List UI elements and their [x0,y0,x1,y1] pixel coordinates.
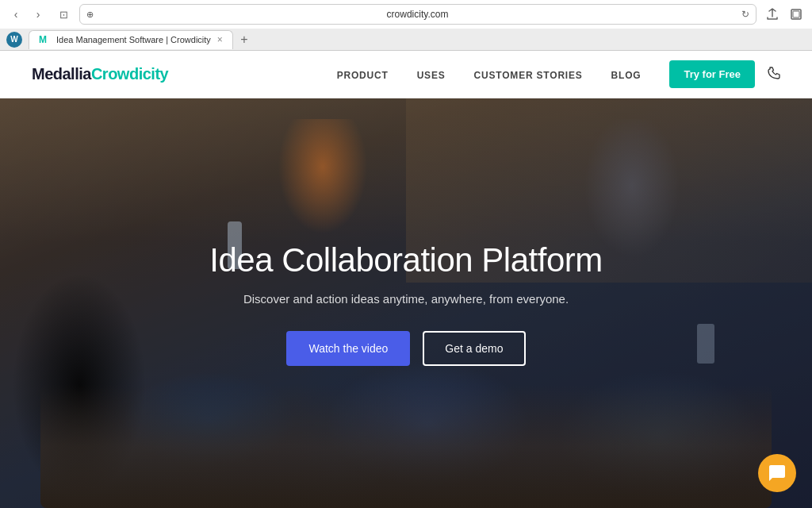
website-content: Medallia Crowdicity PRODUCT USES CUSTOME… [0,51,812,508]
tab-favicon: M [39,34,50,45]
sidebar-button[interactable]: ⊡ [54,5,73,24]
tab-close-icon[interactable]: × [217,34,223,45]
chat-bubble[interactable] [758,454,796,492]
hero-subtitle: Discover and action ideas anytime, anywh… [209,292,602,306]
forward-button[interactable]: › [29,5,48,24]
sidebar-icon: ⊡ [59,9,68,21]
get-demo-button[interactable]: Get a demo [423,331,525,366]
back-icon: ‹ [14,8,18,21]
security-icon: ⊕ [86,10,94,20]
logo-crowdicity: Crowdicity [91,65,168,83]
table-surface [40,385,772,508]
new-tab-button[interactable]: + [236,32,252,48]
reload-button[interactable]: ↻ [741,9,749,20]
nav-product[interactable]: PRODUCT [337,70,389,81]
tab-bar: W M Idea Management Software | Crowdicit… [0,29,812,51]
svg-rect-1 [793,11,799,17]
watch-video-button[interactable]: Watch the video [286,331,410,366]
browser-actions [763,5,806,24]
nav-links: PRODUCT USES CUSTOMER STORIES BLOG [337,67,642,82]
nav-buttons: ‹ › [6,5,48,24]
navbar: Medallia Crowdicity PRODUCT USES CUSTOME… [0,51,812,98]
forward-icon: › [36,8,40,21]
logo-medallia: Medallia [32,65,91,83]
phone-icon[interactable] [768,67,780,83]
chat-icon [768,464,787,483]
browser-toolbar: ‹ › ⊡ ⊕ crowdicity.com ↻ [0,0,812,29]
hero-section: Idea Collaboration Platform Discover and… [0,98,812,508]
fullscreen-button[interactable] [787,5,806,24]
wordpress-icon: W [6,32,22,48]
back-button[interactable]: ‹ [6,5,25,24]
glass [697,324,714,364]
tab-label: Idea Management Software | Crowdicity [56,35,211,44]
nav-uses[interactable]: USES [417,70,446,81]
url-text: crowdicity.com [98,9,737,20]
address-bar[interactable]: ⊕ crowdicity.com ↻ [79,4,756,25]
share-button[interactable] [763,5,782,24]
hero-title: Idea Collaboration Platform [209,241,602,279]
nav-customer-stories[interactable]: CUSTOMER STORIES [474,70,583,81]
browser-tab[interactable]: M Idea Management Software | Crowdicity … [29,30,233,49]
hero-content: Idea Collaboration Platform Discover and… [193,241,618,366]
browser-chrome: ‹ › ⊡ ⊕ crowdicity.com ↻ [0,0,812,51]
nav-blog[interactable]: BLOG [611,70,642,81]
try-for-free-button[interactable]: Try for Free [669,60,755,88]
logo: Medallia Crowdicity [32,65,168,83]
hero-buttons: Watch the video Get a demo [209,331,602,366]
